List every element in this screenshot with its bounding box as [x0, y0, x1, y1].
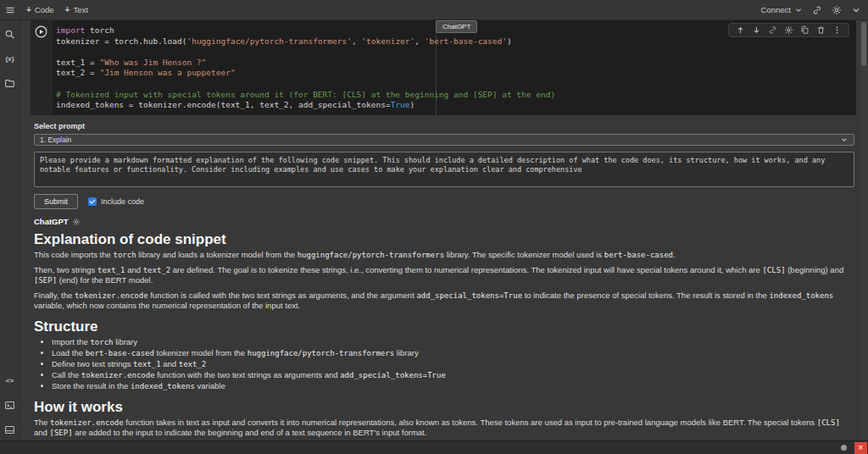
markdown-heading: Explanation of code snippet — [34, 235, 854, 245]
inline-code: [CLS] — [762, 266, 785, 274]
inline-code: [SEP] — [50, 429, 73, 437]
copy-link-to-cell-icon[interactable] — [768, 25, 777, 35]
inline-code: add_special_tokens=True — [340, 371, 446, 379]
add-text-label: Text — [73, 5, 87, 14]
select-prompt-label: Select prompt — [34, 122, 854, 130]
include-code-option[interactable]: Include code — [88, 197, 144, 206]
code-cell[interactable]: import torchtokenizer = torch.hub.load('… — [31, 20, 856, 115]
chatgpt-response-markdown: Explanation of code snippetThis code imp… — [34, 235, 854, 440]
markdown-list-item: Import the torch library — [52, 337, 854, 347]
top-toolbar: + Code + Text Connect — [0, 0, 868, 20]
add-code-button[interactable]: + Code — [26, 5, 54, 14]
bottom-panel-icon[interactable] — [4, 424, 16, 435]
inline-code: text_1 — [97, 266, 125, 274]
markdown-list-item: Call the tokenizer.encode function with … — [52, 370, 854, 380]
code-editor[interactable]: import torchtokenizer = torch.hub.load('… — [56, 25, 854, 111]
move-cell-down-icon[interactable] — [752, 25, 761, 35]
move-cell-up-icon[interactable] — [736, 25, 745, 35]
status-dot-icon — [841, 445, 847, 451]
markdown-list-item: Define two text strings text_1 and text_… — [52, 359, 854, 369]
inline-code: add_special_tokens=True — [416, 291, 522, 300]
variables-icon[interactable]: {x} — [4, 53, 16, 64]
notebook-content: import torchtokenizer = torch.hub.load('… — [20, 20, 860, 440]
inline-code: indexed_tokens — [131, 382, 195, 390]
inline-code: text_2 — [143, 266, 171, 274]
inline-code: huggingface/pytorch-transformers — [298, 251, 444, 259]
chevron-down-icon — [794, 6, 803, 14]
bottom-bar: × — [0, 440, 868, 454]
chatgpt-title: ChatGPT — [34, 217, 69, 226]
plus-icon: + — [65, 5, 70, 14]
submit-button[interactable]: Submit — [34, 194, 78, 209]
prompt-actions-row: Submit Include code — [34, 194, 854, 209]
include-code-label: Include code — [101, 197, 144, 206]
settings-gear-icon[interactable] — [832, 5, 842, 15]
plus-icon: + — [26, 5, 31, 14]
markdown-paragraph: The tokenizer.encode function takes in t… — [34, 418, 854, 438]
inline-code: bert-base-cased — [604, 251, 673, 259]
code-line: text_2 = "Jim Henson was a puppeteer" — [56, 68, 854, 79]
markdown-heading: Structure — [34, 322, 854, 332]
terminal-icon[interactable] — [4, 399, 16, 411]
inline-code: text_1 — [133, 360, 161, 368]
inline-code: tokenizer.encode — [50, 418, 124, 427]
prompt-select-value: 1. Explain — [40, 136, 71, 144]
prompt-select[interactable]: 1. Explain — [34, 134, 854, 146]
more-options-kebab-icon[interactable] — [832, 25, 842, 35]
markdown-paragraph: Then, two strings text_1 and text_2 are … — [34, 265, 854, 285]
vertical-scrollbar[interactable] — [860, 20, 868, 440]
chevron-down-icon — [840, 136, 849, 144]
inline-code: text_2 — [179, 360, 207, 368]
menu-icon[interactable] — [5, 5, 15, 15]
code-line — [56, 47, 854, 58]
toolbar-right: Connect — [761, 5, 861, 15]
code-line: # Tokenized input with special tokens ar… — [56, 90, 854, 101]
add-code-label: Code — [35, 5, 54, 14]
markdown-list-item: Store the result in the indexed_tokens v… — [52, 381, 854, 391]
add-text-button[interactable]: + Text — [65, 5, 88, 14]
delete-cell-icon[interactable] — [816, 25, 826, 35]
search-icon[interactable] — [4, 28, 16, 40]
chatgpt-extension-tab[interactable]: ChatGPT — [436, 20, 477, 33]
code-snippets-icon[interactable]: <> — [4, 374, 16, 386]
inline-code: bert-base-cased — [86, 349, 154, 357]
code-line: text_1 = "Who was Jim Henson ?" — [56, 58, 854, 69]
copy-cell-icon[interactable] — [800, 25, 810, 35]
connect-button[interactable]: Connect — [761, 5, 803, 14]
inline-code: [SEP] — [34, 276, 57, 285]
inline-code: huggingface/pytorch-transformers — [248, 349, 394, 357]
chatgpt-response-header: ChatGPT — [34, 217, 854, 226]
link-icon[interactable] — [812, 5, 822, 15]
scrollbar-thumb[interactable] — [861, 22, 866, 66]
toolbar-left: + Code + Text — [5, 5, 88, 15]
chatgpt-prompt-panel: Select prompt 1. Explain Please provide … — [34, 122, 854, 226]
markdown-list-item: Load the bert-base-cased tokenizer model… — [52, 348, 854, 358]
cell-toolbar — [728, 23, 849, 37]
code-line — [56, 79, 854, 90]
markdown-paragraph: Finally, the tokenizer.encode function i… — [34, 291, 854, 311]
cell-settings-gear-icon[interactable] — [784, 25, 793, 35]
inline-code: [CLS] — [817, 418, 840, 427]
inline-code: tokenizer.encode — [81, 371, 155, 379]
prompt-textarea[interactable]: Please provide a markdown formatted expl… — [34, 152, 854, 187]
include-code-checkbox[interactable] — [88, 197, 97, 206]
chatgpt-settings-gear-icon[interactable] — [72, 218, 81, 226]
inline-code: indexed_tokens — [769, 291, 833, 300]
collapse-header-icon[interactable] — [851, 5, 861, 15]
markdown-paragraph: This code imports the torch library and … — [34, 250, 854, 260]
connect-label: Connect — [761, 5, 791, 14]
markdown-heading: How it works — [34, 402, 854, 412]
inline-code: tokenizer.encode — [75, 291, 148, 300]
inline-code: torch — [90, 338, 113, 346]
code-line: indexed_tokens = tokenizer.encode(text_1… — [56, 100, 854, 111]
files-folder-icon[interactable] — [4, 77, 16, 89]
code-line: tokenizer = torch.hub.load('huggingface/… — [56, 36, 854, 47]
left-sidebar: {x} <> — [0, 20, 20, 440]
notebook-app: + Code + Text Connect — [0, 0, 868, 454]
run-cell-button[interactable] — [35, 25, 47, 38]
inline-code: torch — [113, 251, 136, 259]
close-icon[interactable]: × — [854, 442, 867, 454]
markdown-list: Import the torch libraryLoad the bert-ba… — [52, 337, 854, 391]
